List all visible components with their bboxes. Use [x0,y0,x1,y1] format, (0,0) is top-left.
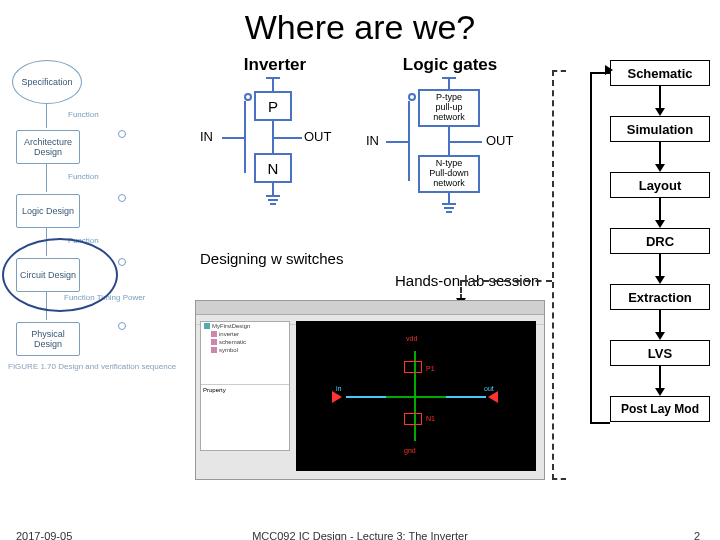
schematic-canvas: vdd P1 N1 gnd in out [296,321,536,471]
lab-session-screenshot: MyFirstDesign inverter schematic symbol … [195,300,545,480]
inverter-logic-area: Inverter Logic gates P N IN OUT P-type p… [200,55,540,245]
postlay-step: Post Lay Mod [610,396,710,422]
extraction-step: Extraction [610,284,710,310]
footer-title: MCC092 IC Design - Lecture 3: The Invert… [0,530,720,540]
logic-design-box: Logic Design [16,194,80,228]
ntype-network-box: N-type Pull-down network [418,155,480,193]
lvs-step: LVS [610,340,710,366]
circuit-design-highlight-circle [2,238,118,312]
ptype-network-box: P-type pull-up network [418,89,480,127]
pmos-bubble-icon [244,93,252,101]
inverter-heading: Inverter [230,55,320,75]
ptype-bubble-icon [408,93,416,101]
dashed-connector-horizontal [462,280,552,282]
design-verification-flowchart: Specification Function Architecture Desi… [8,60,188,440]
designing-switches-label: Designing w switches [200,250,343,267]
slide-title: Where are we? [0,8,720,47]
pmos-box: P [254,91,292,121]
screenshot-tree-panel: MyFirstDesign inverter schematic symbol … [200,321,290,451]
footer-page-number: 2 [694,530,700,540]
physical-design-box: Physical Design [16,322,80,356]
inverter-out-label: OUT [304,129,331,144]
nmos-box: N [254,153,292,183]
figure-caption: FIGURE 1.70 Design and verification sequ… [8,362,176,371]
simulation-step: Simulation [610,116,710,142]
architecture-design-box: Architecture Design [16,130,80,164]
logic-out-label: OUT [486,133,513,148]
inverter-in-label: IN [200,129,213,144]
dashed-connector-vertical [552,70,566,480]
logic-gates-heading: Logic gates [400,55,500,75]
layout-step: Layout [610,172,710,198]
logic-in-label: IN [366,133,379,148]
schematic-step: Schematic [610,60,710,86]
dashed-connector-drop [460,280,462,300]
arrow-function-label: Function [68,110,99,119]
drc-step: DRC [610,228,710,254]
backend-flowchart: Schematic Simulation Layout DRC Extracti… [580,50,710,480]
arrow-function-label-2: Function [68,172,99,181]
screenshot-titlebar [196,301,544,315]
specification-oval: Specification [12,60,82,104]
